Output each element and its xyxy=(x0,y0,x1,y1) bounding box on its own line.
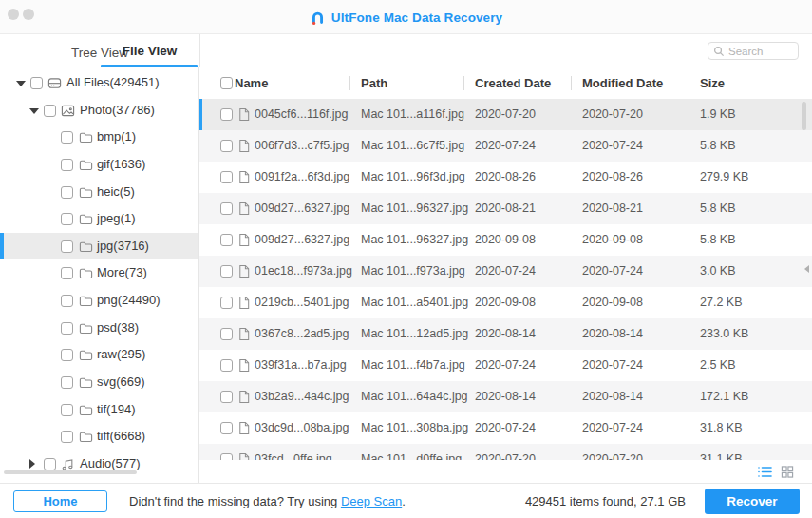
row-checkbox[interactable] xyxy=(220,359,233,372)
cell-created-date: 2020-07-24 xyxy=(475,412,536,444)
chevron-down-icon[interactable] xyxy=(29,108,39,114)
sidebar-horizontal-scrollbar[interactable] xyxy=(4,470,137,474)
folder-icon xyxy=(79,348,93,362)
tree-checkbox[interactable] xyxy=(61,159,73,171)
header-name: Name xyxy=(235,67,268,99)
home-button[interactable]: Home xyxy=(13,490,107,512)
cell-modified-date: 2020-08-21 xyxy=(582,193,643,224)
tree-checkbox[interactable] xyxy=(61,349,73,361)
cell-path: Mac 101...96327.jpg xyxy=(361,193,468,224)
tree-item-psd[interactable]: psd(38) xyxy=(0,315,199,342)
tree-item-label: All Files(429451) xyxy=(66,69,160,97)
cell-name: 03b2a9...4a4c.jpg xyxy=(255,381,349,412)
tree-item-tif[interactable]: tif(194) xyxy=(0,396,199,424)
recover-button[interactable]: Recover xyxy=(705,489,800,514)
table-row[interactable]: 009d27...6327.jpgMac 101...96327.jpg2020… xyxy=(199,193,812,224)
file-icon xyxy=(237,296,251,310)
search-box[interactable] xyxy=(708,42,799,60)
cell-path: Mac 101...f4b7a.jpg xyxy=(361,350,465,381)
file-icon xyxy=(237,201,251,216)
table-row[interactable]: 0091f2a...6f3d.jpgMac 101...96f3d.jpg202… xyxy=(199,162,812,193)
folder-icon xyxy=(79,430,93,444)
collapse-panel-chevron-icon[interactable] xyxy=(804,265,809,273)
tree-checkbox[interactable] xyxy=(61,404,73,416)
tree-item-label: svg(669) xyxy=(97,369,145,396)
search-input[interactable] xyxy=(728,46,787,57)
tree-checkbox[interactable] xyxy=(61,213,73,225)
row-checkbox[interactable] xyxy=(220,202,233,215)
tree-checkbox[interactable] xyxy=(61,376,73,389)
cell-path: Mac 101...96f3d.jpg xyxy=(361,162,465,193)
table-row[interactable]: 03fcd...0ffe.jpgMac 101...d0ffe.jpg2020-… xyxy=(199,444,812,460)
cell-name: 01ec18...f973a.jpg xyxy=(255,256,352,287)
tab-file-view[interactable]: File View xyxy=(100,34,199,67)
tree-item-jpeg[interactable]: jpeg(1) xyxy=(0,205,199,233)
tree-checkbox[interactable] xyxy=(61,431,73,443)
row-checkbox[interactable] xyxy=(220,265,233,278)
tree-item-jpg[interactable]: jpg(3716) xyxy=(0,233,199,260)
tree-checkbox[interactable] xyxy=(61,186,73,199)
table-row[interactable]: 009d27...6327.jpgMac 101...96327.jpg2020… xyxy=(199,224,812,256)
tree-checkbox[interactable] xyxy=(44,458,56,470)
header-size: Size xyxy=(700,67,725,99)
select-all-checkbox[interactable] xyxy=(220,77,233,89)
tree-item-gif[interactable]: gif(1636) xyxy=(0,151,199,179)
row-checkbox[interactable] xyxy=(220,234,233,246)
row-checkbox[interactable] xyxy=(220,108,233,121)
tree-item-svg[interactable]: svg(669) xyxy=(0,369,199,396)
table-header: Name Path Created Date Modified Date Siz… xyxy=(199,67,812,99)
row-checkbox[interactable] xyxy=(220,297,233,309)
header-separator xyxy=(689,76,689,90)
tree-item-tiff[interactable]: tiff(6668) xyxy=(0,423,199,451)
folder-icon xyxy=(79,130,93,144)
tree-item-heic[interactable]: heic(5) xyxy=(0,179,199,206)
cell-modified-date: 2020-09-08 xyxy=(582,287,643,318)
deep-scan-link[interactable]: Deep Scan xyxy=(341,494,402,508)
cell-size: 172.1 KB xyxy=(700,381,748,412)
chevron-right-icon[interactable] xyxy=(29,459,35,469)
cell-size: 31.8 KB xyxy=(700,412,742,444)
cell-path: Mac 101...d0ffe.jpg xyxy=(361,444,462,460)
tree-checkbox[interactable] xyxy=(61,322,73,335)
row-checkbox[interactable] xyxy=(220,140,233,152)
tree-item-photo[interactable]: Photo(37786) xyxy=(0,97,199,125)
table-row[interactable]: 03dc9d...08ba.jpgMac 101...308ba.jpg2020… xyxy=(199,412,812,444)
table-row[interactable]: 0045cf6...116f.jpgMac 101...a116f.jpg202… xyxy=(199,99,812,130)
hint-period: . xyxy=(402,494,406,508)
row-checkbox[interactable] xyxy=(220,171,233,183)
list-view-button[interactable] xyxy=(758,465,772,477)
items-summary: 429451 items found, 27.1 GB xyxy=(525,484,686,518)
grid-view-button[interactable] xyxy=(781,465,795,477)
folder-icon xyxy=(79,212,93,226)
app-window: UltFone Mac Data Recovery Tree View File… xyxy=(0,0,812,518)
tree-checkbox[interactable] xyxy=(61,240,73,253)
cell-size: 1.9 KB xyxy=(700,99,736,130)
row-checkbox[interactable] xyxy=(220,422,233,434)
tree-item-raw[interactable]: raw(295) xyxy=(0,341,199,369)
table-row[interactable]: 0219cb...5401.jpgMac 101...a5401.jpg2020… xyxy=(199,287,812,318)
tree-item-all-files[interactable]: All Files(429451) xyxy=(0,69,199,97)
file-icon xyxy=(237,452,251,460)
tree-item-more[interactable]: More(73) xyxy=(0,259,199,287)
table-row[interactable]: 006f7d3...c7f5.jpgMac 101...6c7f5.jpg202… xyxy=(199,130,812,162)
header-created-date: Created Date xyxy=(475,67,551,99)
chevron-down-icon[interactable] xyxy=(16,81,26,86)
file-icon xyxy=(237,390,251,404)
table-row[interactable]: 01ec18...f973a.jpgMac 101...f973a.jpg202… xyxy=(199,256,812,287)
tree-item-bmp[interactable]: bmp(1) xyxy=(0,124,199,151)
tree-checkbox[interactable] xyxy=(61,295,73,307)
table-vertical-scrollbar[interactable] xyxy=(802,102,806,130)
row-checkbox[interactable] xyxy=(220,328,233,340)
table-row[interactable]: 039f31a...b7a.jpgMac 101...f4b7a.jpg2020… xyxy=(199,350,812,381)
table-row[interactable]: 03b2a9...4a4c.jpgMac 101...64a4c.jpg2020… xyxy=(199,381,812,412)
tree-checkbox[interactable] xyxy=(61,267,73,279)
cell-path: Mac 101...f973a.jpg xyxy=(361,256,465,287)
cell-modified-date: 2020-08-14 xyxy=(582,381,643,412)
table-row[interactable]: 0367c8...2ad5.jpgMac 101...12ad5.jpg2020… xyxy=(199,318,812,350)
tree-checkbox[interactable] xyxy=(30,77,43,89)
tree-item-png[interactable]: png(24490) xyxy=(0,287,199,315)
tree-checkbox[interactable] xyxy=(61,131,73,144)
row-checkbox[interactable] xyxy=(220,453,233,460)
row-checkbox[interactable] xyxy=(220,391,233,403)
tree-checkbox[interactable] xyxy=(44,105,56,117)
